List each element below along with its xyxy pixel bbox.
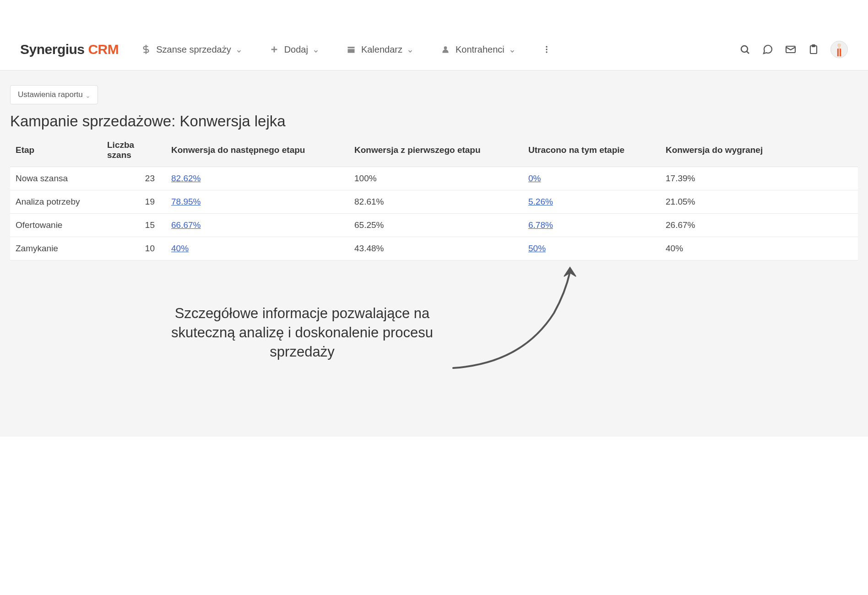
link-konw-next[interactable]: 78.95% [171, 197, 201, 206]
cell-utracono: 50% [523, 237, 660, 260]
svg-rect-14 [838, 47, 840, 49]
cell-liczba: 19 [102, 190, 166, 214]
cell-utracono: 0% [523, 167, 660, 190]
nav-contractors[interactable]: Kontrahenci [440, 44, 515, 55]
chevron-down-icon [407, 46, 413, 53]
header-liczba: Liczba szans [102, 134, 166, 167]
svg-point-8 [741, 46, 748, 52]
svg-point-6 [546, 49, 547, 50]
nav-add[interactable]: Dodaj [269, 44, 319, 55]
cell-konw-next: 66.67% [166, 214, 349, 237]
link-utracono[interactable]: 5.26% [528, 197, 553, 206]
dollar-icon [141, 44, 152, 55]
nav-label: Kontrahenci [456, 44, 505, 55]
more-menu-button[interactable] [542, 45, 551, 54]
header-konw-first: Konwersja z pierwszego etapu [349, 134, 523, 167]
cell-konw-next: 78.95% [166, 190, 349, 214]
table-header-row: Etap Liczba szans Konwersja do następneg… [10, 134, 858, 167]
nav-label: Dodaj [284, 44, 308, 55]
report-settings-button[interactable]: Ustawienia raportu [10, 85, 98, 104]
cell-konw-first: 100% [349, 167, 523, 190]
top-navigation-bar: Synergius CRM Szanse sprzedaży [0, 0, 868, 70]
cell-konw-next: 82.62% [166, 167, 349, 190]
cell-etap: Zamykanie [10, 237, 102, 260]
link-konw-next[interactable]: 40% [171, 243, 189, 253]
cell-utracono: 6.78% [523, 214, 660, 237]
cell-konw-next: 40% [166, 237, 349, 260]
link-utracono[interactable]: 0% [528, 173, 541, 183]
cell-konw-win: 26.67% [660, 214, 858, 237]
svg-rect-3 [347, 49, 354, 53]
cell-etap: Analiza potrzeby [10, 190, 102, 214]
person-icon [440, 44, 451, 55]
header-konw-win: Konwersja do wygranej [660, 134, 858, 167]
search-button[interactable] [739, 43, 751, 55]
header-utracono: Utracono na tym etapie [523, 134, 660, 167]
table-row: Zamykanie 10 40% 43.48% 50% 40% [10, 237, 858, 260]
main-nav: Szanse sprzedaży Dodaj [141, 44, 551, 55]
svg-point-13 [837, 43, 841, 47]
chevron-down-icon [313, 46, 319, 53]
cell-konw-first: 65.25% [349, 214, 523, 237]
app-logo: Synergius CRM [20, 42, 119, 57]
table-row: Ofertowanie 15 66.67% 65.25% 6.78% 26.67… [10, 214, 858, 237]
cell-konw-win: 21.05% [660, 190, 858, 214]
nav-sales-opportunities[interactable]: Szanse sprzedaży [141, 44, 242, 55]
nav-calendar[interactable]: Kalendarz [346, 44, 413, 55]
link-konw-next[interactable]: 66.67% [171, 220, 201, 230]
cell-konw-win: 40% [660, 237, 858, 260]
cell-konw-win: 17.39% [660, 167, 858, 190]
header-konw-next: Konwersja do następnego etapu [166, 134, 349, 167]
mail-button[interactable] [785, 43, 797, 55]
annotation-overlay: Szczegółowe informacje pozwalające na sk… [156, 304, 591, 362]
link-konw-next[interactable]: 82.62% [171, 173, 201, 183]
nav-label: Szanse sprzedaży [156, 44, 231, 55]
svg-point-5 [546, 46, 547, 48]
svg-rect-15 [839, 49, 840, 56]
cell-liczba: 10 [102, 237, 166, 260]
main-content: Ustawienia raportu Kampanie sprzedażowe:… [0, 70, 868, 437]
cell-etap: Nowa szansa [10, 167, 102, 190]
funnel-conversion-table: Etap Liczba szans Konwersja do następneg… [10, 134, 858, 260]
plus-icon [269, 44, 280, 55]
chat-button[interactable] [762, 43, 774, 55]
table-row: Nowa szansa 23 82.62% 100% 0% 17.39% [10, 167, 858, 190]
cell-utracono: 5.26% [523, 190, 660, 214]
cell-etap: Ofertowanie [10, 214, 102, 237]
chevron-down-icon [86, 92, 90, 97]
cell-liczba: 15 [102, 214, 166, 237]
cell-konw-first: 82.61% [349, 190, 523, 214]
page-title: Kampanie sprzedażowe: Konwersja lejka [10, 113, 858, 130]
chevron-down-icon [509, 46, 515, 53]
svg-line-9 [747, 52, 749, 54]
annotation-arrow-icon [449, 263, 591, 377]
chevron-down-icon [236, 46, 242, 53]
clipboard-button[interactable] [808, 43, 819, 55]
user-avatar[interactable] [830, 41, 848, 58]
annotation-text: Szczegółowe informacje pozwalające na sk… [156, 304, 449, 362]
cell-liczba: 23 [102, 167, 166, 190]
svg-point-7 [546, 51, 547, 53]
header-etap: Etap [10, 134, 102, 167]
link-utracono[interactable]: 50% [528, 243, 546, 253]
nav-label: Kalendarz [361, 44, 402, 55]
table-row: Analiza potrzeby 19 78.95% 82.61% 5.26% … [10, 190, 858, 214]
cell-konw-first: 43.48% [349, 237, 523, 260]
svg-point-4 [444, 46, 447, 49]
calendar-icon [346, 44, 357, 55]
link-utracono[interactable]: 6.78% [528, 220, 553, 230]
svg-rect-2 [347, 47, 354, 48]
